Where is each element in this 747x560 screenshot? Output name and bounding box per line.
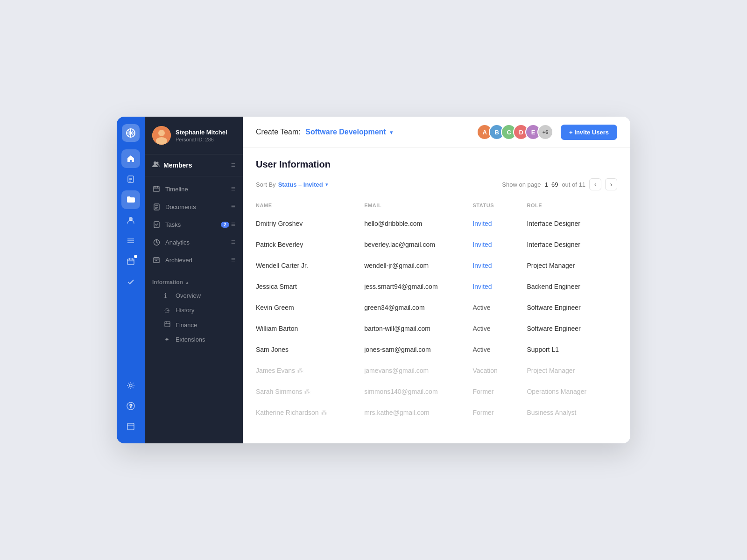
nav-finance-label: Finance bbox=[176, 322, 197, 329]
nav-history-label: History bbox=[176, 307, 194, 314]
invite-btn-label: + Invite Users bbox=[569, 129, 609, 136]
cell-role: Support L1 bbox=[527, 339, 617, 360]
cell-email: jamevans@gmail.com bbox=[364, 360, 472, 381]
pagination-next[interactable]: › bbox=[605, 178, 617, 190]
finance-icon bbox=[164, 321, 172, 329]
overview-icon: ℹ bbox=[164, 292, 172, 299]
sidebar-settings-icon[interactable] bbox=[121, 376, 140, 395]
app-logo[interactable] bbox=[122, 124, 140, 142]
cell-status: Invited bbox=[472, 213, 527, 234]
nav-sub-overview[interactable]: ℹ Overview bbox=[145, 288, 243, 303]
cell-name: Sam Jones bbox=[256, 339, 364, 360]
cell-name: Dmitriy Groshev bbox=[256, 213, 364, 234]
history-icon: ◷ bbox=[164, 307, 172, 314]
sort-dropdown-arrow[interactable]: ▾ bbox=[325, 182, 328, 188]
invite-users-button[interactable]: + Invite Users bbox=[561, 125, 617, 140]
nav-item-tasks[interactable]: Tasks 2 ≡ bbox=[145, 216, 243, 233]
status-text: Former bbox=[472, 409, 493, 416]
cell-status: Former bbox=[472, 402, 527, 423]
nav-tasks-menu[interactable]: ≡ bbox=[231, 220, 235, 229]
sidebar-list-icon[interactable] bbox=[121, 231, 140, 250]
table-controls: Sort By Status – Invited ▾ Show on page … bbox=[256, 178, 617, 190]
cell-email: mrs.kathe@gmail.com bbox=[364, 402, 472, 423]
status-text: Invited bbox=[472, 241, 492, 248]
status-text: Invited bbox=[472, 283, 492, 290]
member-avatars: A B C D E +6 bbox=[477, 124, 553, 140]
col-email: EMAIL bbox=[364, 199, 472, 213]
tasks-badge: 2 bbox=[221, 222, 229, 228]
extensions-icon: ✦ bbox=[164, 336, 172, 343]
nav-sub-finance[interactable]: Finance bbox=[145, 317, 243, 332]
user-id: Personal ID: 286 bbox=[176, 137, 227, 142]
sidebar-calendar-icon[interactable] bbox=[121, 252, 140, 271]
main-content: Create Team: Software Development ▾ A B … bbox=[243, 117, 630, 443]
nav-archieved-menu[interactable]: ≡ bbox=[231, 256, 235, 264]
team-name[interactable]: Software Development bbox=[305, 128, 386, 136]
nav-timeline-label: Timeline bbox=[165, 186, 231, 193]
members-menu-icon[interactable]: ≡ bbox=[231, 161, 235, 169]
analytics-icon bbox=[152, 238, 161, 246]
cell-status: Invited bbox=[472, 276, 527, 297]
nav-item-analytics[interactable]: Analytics ≡ bbox=[145, 233, 243, 251]
nav-item-archieved[interactable]: Archieved ≡ bbox=[145, 251, 243, 269]
nav-sub-extensions[interactable]: ✦ Extensions bbox=[145, 332, 243, 347]
app-container: ? Stephanie Mitchel Personal ID: 286 bbox=[117, 117, 630, 443]
tasks-icon bbox=[152, 220, 161, 229]
cell-status: Active bbox=[472, 339, 527, 360]
archieved-icon bbox=[152, 256, 161, 264]
table-row: Jessica Smart jess.smart94@gmail.com Inv… bbox=[256, 276, 617, 297]
nav-item-timeline[interactable]: Timeline ≡ bbox=[145, 180, 243, 198]
pagination-prev[interactable]: ‹ bbox=[589, 178, 601, 190]
sidebar-help-icon[interactable]: ? bbox=[121, 397, 140, 415]
cell-name: Katherine Richardson ⁂ bbox=[256, 402, 364, 423]
sidebar-expand-icon[interactable] bbox=[121, 417, 140, 436]
nav-analytics-menu[interactable]: ≡ bbox=[231, 238, 235, 246]
status-text: Vacation bbox=[472, 367, 497, 374]
col-name: NAME bbox=[256, 199, 364, 213]
user-name: Stephanie Mitchel bbox=[176, 129, 227, 136]
sidebar-user-icon[interactable] bbox=[121, 211, 140, 230]
sort-control: Sort By Status – Invited ▾ bbox=[256, 181, 328, 188]
sidebar-home-icon[interactable] bbox=[121, 149, 140, 168]
members-header[interactable]: Members ≡ bbox=[145, 154, 243, 176]
pagination: Show on page 1–69 out of 11 ‹ › bbox=[502, 178, 617, 190]
nav-timeline-menu[interactable]: ≡ bbox=[231, 185, 235, 193]
nav-extensions-label: Extensions bbox=[176, 336, 205, 343]
cell-status: Active bbox=[472, 318, 527, 339]
cell-name: Kevin Greem bbox=[256, 297, 364, 318]
table-row: Wendell Carter Jr. wendell-jr@gmail.com … bbox=[256, 255, 617, 276]
user-avatar bbox=[152, 126, 171, 145]
nav-main-section: Timeline ≡ Documents ≡ bbox=[145, 176, 243, 273]
cell-status: Invited bbox=[472, 234, 527, 255]
cell-name: Sarah Simmons ⁂ bbox=[256, 381, 364, 402]
cell-name: Wendell Carter Jr. bbox=[256, 255, 364, 276]
nav-documents-menu[interactable]: ≡ bbox=[231, 203, 235, 211]
cell-role: Operations Manager bbox=[527, 381, 617, 402]
user-table: NAME EMAIL STATUS ROLE Dmitriy Groshev h… bbox=[256, 199, 617, 423]
status-text: Invited bbox=[472, 262, 492, 269]
team-name-dropdown[interactable]: ▾ bbox=[390, 129, 393, 136]
sort-value[interactable]: Status – Invited bbox=[278, 181, 323, 188]
nav-archieved-label: Archieved bbox=[165, 257, 231, 264]
col-status: STATUS bbox=[472, 199, 527, 213]
cell-status: Invited bbox=[472, 255, 527, 276]
create-team-label: Create Team: Software Development ▾ bbox=[256, 128, 393, 136]
cell-email: barton-will@gmail.com bbox=[364, 318, 472, 339]
sidebar-document-icon[interactable] bbox=[121, 170, 140, 189]
col-role: ROLE bbox=[527, 199, 617, 213]
nav-sub-history[interactable]: ◷ History bbox=[145, 303, 243, 317]
nav-tasks-label: Tasks bbox=[165, 221, 221, 228]
status-text: Active bbox=[472, 346, 490, 353]
scatter-icon: ⁂ bbox=[297, 367, 303, 374]
cell-email: hello@dribbble.com bbox=[364, 213, 472, 234]
sidebar-check-icon[interactable] bbox=[121, 273, 140, 291]
cell-name: Patrick Beverley bbox=[256, 234, 364, 255]
cell-role: Business Analyst bbox=[527, 402, 617, 423]
nav-item-documents[interactable]: Documents ≡ bbox=[145, 198, 243, 216]
cell-email: jones-sam@gmail.com bbox=[364, 339, 472, 360]
members-icon bbox=[152, 161, 160, 169]
svg-point-26 bbox=[156, 162, 159, 164]
sidebar-folder-icon[interactable] bbox=[121, 190, 140, 209]
table-row: Dmitriy Groshev hello@dribbble.com Invit… bbox=[256, 213, 617, 234]
pagination-range: 1–69 bbox=[544, 181, 558, 188]
